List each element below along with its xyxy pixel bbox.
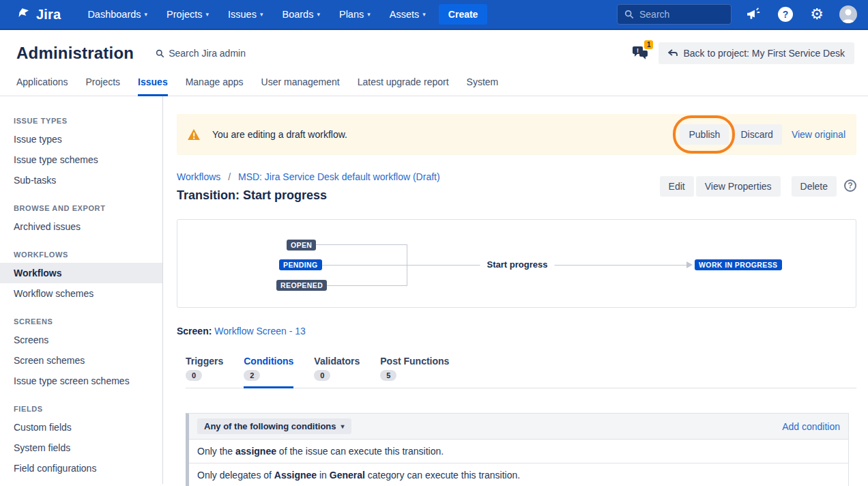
chevron-down-icon: ▾: [260, 11, 263, 18]
navbar-menus: Dashboards▾Projects▾Issues▾Boards▾Plans▾…: [80, 5, 433, 24]
draft-warning-text: You are editing a draft workflow.: [212, 129, 347, 140]
condition-rows: Only the assignee of the issue can execu…: [189, 439, 848, 486]
discard-button[interactable]: Discard: [732, 124, 781, 145]
connector-line: [322, 285, 407, 286]
sidebar-item-issue-types[interactable]: Issue types: [0, 129, 162, 149]
nav-menu-projects[interactable]: Projects▾: [159, 5, 216, 24]
add-condition-link[interactable]: Add condition: [782, 421, 840, 432]
admin-sidebar: ISSUE TYPESIssue typesIssue type schemes…: [0, 96, 163, 484]
publish-button[interactable]: Publish: [680, 124, 729, 145]
nav-menu-plans[interactable]: Plans▾: [332, 5, 378, 24]
conditions-operator-dropdown[interactable]: Any of the following conditions ▾: [197, 418, 351, 434]
sidebar-item-workflow-schemes[interactable]: Workflow schemes: [0, 283, 162, 304]
transition-name-label: Start progress: [480, 259, 555, 270]
sidebar-item-issue-type-screen-schemes[interactable]: Issue type screen schemes: [0, 371, 162, 391]
state-open: OPEN: [287, 240, 316, 251]
create-button[interactable]: Create: [439, 4, 488, 25]
sidebar-item-sub-tasks[interactable]: Sub-tasks: [0, 170, 162, 190]
nav-menu-boards[interactable]: Boards▾: [274, 5, 327, 24]
admin-tab-projects[interactable]: Projects: [86, 74, 121, 96]
page-section-title: Administration: [16, 44, 134, 63]
admin-tab-latest-upgrade-report[interactable]: Latest upgrade report: [358, 74, 449, 96]
notification-badge: 1: [644, 40, 654, 49]
main-content: You are editing a draft workflow. Publis…: [163, 96, 868, 484]
admin-tab-user-management[interactable]: User management: [261, 74, 340, 96]
sidebar-item-issue-type-schemes[interactable]: Issue type schemes: [0, 149, 162, 170]
admin-search[interactable]: Search Jira admin: [156, 48, 246, 59]
nav-menu-issues[interactable]: Issues▾: [220, 5, 270, 24]
help-circle-icon[interactable]: ?: [844, 180, 856, 192]
state-work-in-progress: WORK IN PROGRESS: [695, 259, 782, 270]
chevron-down-icon: ▾: [422, 11, 426, 18]
sidebar-item-workflows[interactable]: Workflows: [0, 263, 162, 283]
breadcrumb-current-link[interactable]: MSD: Jira Service Desk default workflow …: [238, 171, 440, 182]
sidebar-heading-workflows: WORKFLOWS: [14, 251, 149, 259]
navbar-search[interactable]: [617, 4, 732, 25]
arrow-head: [686, 261, 693, 268]
chevron-down-icon: ▾: [317, 11, 320, 18]
transition-tab-post-functions[interactable]: Post Functions5: [380, 356, 449, 388]
condition-row: Only delegates of Assignee in General ca…: [189, 463, 848, 486]
search-icon: [156, 49, 164, 58]
view-original-link[interactable]: View original: [792, 129, 845, 140]
warning-icon: [188, 129, 200, 140]
transition-tab-triggers[interactable]: Triggers0: [186, 356, 223, 388]
sidebar-heading-browse-and-export: BROWSE AND EXPORT: [14, 204, 149, 212]
sidebar-heading-fields: FIELDS: [14, 405, 149, 413]
sidebar-item-custom-fields[interactable]: Custom fields: [0, 417, 162, 438]
gear-icon[interactable]: ⚙: [808, 5, 826, 23]
connector-line: [312, 244, 407, 245]
sidebar-item-screen-schemes[interactable]: Screen schemes: [0, 350, 162, 371]
transition-tab-validators[interactable]: Validators0: [314, 356, 360, 388]
workflow-diagram: OPEN PENDING REOPENED Start progress WOR…: [177, 219, 856, 308]
jira-logo[interactable]: Jira: [16, 7, 61, 23]
navbar-search-input[interactable]: [639, 9, 721, 20]
return-arrow-icon: [668, 49, 678, 57]
admin-tab-bar: ApplicationsProjectsIssuesManage appsUse…: [0, 74, 868, 96]
sidebar-item-screens[interactable]: Screens: [0, 330, 162, 350]
admin-tab-issues[interactable]: Issues: [138, 74, 168, 96]
breadcrumb: Workflows / MSD: Jira Service Desk defau…: [177, 171, 440, 182]
sidebar-item-system-fields[interactable]: System fields: [0, 438, 162, 458]
delete-button[interactable]: Delete: [792, 176, 837, 197]
top-navbar: Jira Dashboards▾Projects▾Issues▾Boards▾P…: [0, 0, 868, 30]
user-icon: [839, 5, 857, 23]
transition-tab-bar: Triggers0Conditions2Validators0Post Func…: [186, 356, 856, 388]
state-reopened: REOPENED: [276, 280, 327, 291]
admin-tab-applications[interactable]: Applications: [16, 74, 68, 96]
condition-row: Only the assignee of the issue can execu…: [189, 439, 848, 463]
svg-text:!: !: [637, 47, 639, 54]
chevron-down-icon: ▾: [206, 11, 209, 18]
sidebar-item-field-configurations[interactable]: Field configurations: [0, 458, 162, 478]
avatar[interactable]: [839, 5, 857, 23]
view-properties-button[interactable]: View Properties: [696, 176, 781, 197]
edit-button[interactable]: Edit: [660, 176, 694, 197]
workflow-screen-link[interactable]: Workflow Screen - 13: [214, 326, 306, 337]
breadcrumb-workflows-link[interactable]: Workflows: [177, 171, 220, 182]
jira-logo-text: Jira: [36, 7, 61, 23]
sidebar-heading-issue-types: ISSUE TYPES: [14, 117, 149, 125]
announcements-icon[interactable]: [745, 5, 763, 23]
screen-row: Screen: Workflow Screen - 13: [177, 326, 856, 337]
transition-tab-conditions[interactable]: Conditions2: [244, 356, 293, 388]
tab-count-badge: 2: [244, 370, 260, 381]
sidebar-item-archived-issues[interactable]: Archived issues: [0, 216, 162, 237]
nav-menu-dashboards[interactable]: Dashboards▾: [80, 5, 155, 24]
page-title: Transition: Start progress: [177, 188, 440, 203]
admin-tab-system[interactable]: System: [467, 74, 499, 96]
chevron-down-icon: ▾: [145, 11, 148, 18]
jira-logo-icon: [16, 7, 31, 22]
tab-count-badge: 5: [380, 370, 396, 381]
nav-menu-assets[interactable]: Assets▾: [382, 5, 433, 24]
feedback-bubble-icon[interactable]: ! 1: [631, 44, 650, 63]
chevron-down-icon: ▾: [367, 11, 371, 18]
chevron-down-icon: ▾: [341, 423, 345, 430]
tab-count-badge: 0: [314, 370, 330, 381]
conditions-panel: Any of the following conditions ▾ Add co…: [186, 413, 849, 486]
back-to-project-button[interactable]: Back to project: My First Service Desk: [659, 42, 854, 64]
sidebar-heading-screens: SCREENS: [14, 317, 149, 326]
draft-warning-banner: You are editing a draft workflow. Publis…: [177, 114, 856, 155]
admin-tab-manage-apps[interactable]: Manage apps: [186, 74, 244, 96]
help-icon[interactable]: ?: [777, 5, 794, 23]
search-icon: [624, 10, 634, 19]
